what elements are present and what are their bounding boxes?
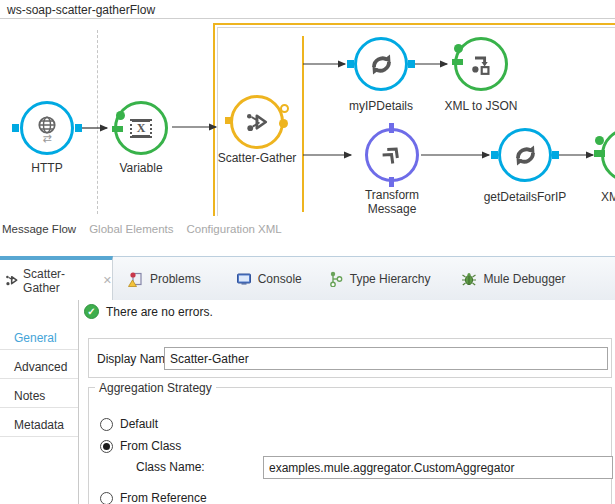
sidebar-separator xyxy=(0,349,78,350)
class-name-input[interactable] xyxy=(263,456,613,479)
output-port xyxy=(75,124,82,132)
port-dot xyxy=(595,136,604,145)
radio-button[interactable] xyxy=(100,440,113,453)
flow-canvas[interactable]: ws-soap-scatter-gatherFlow xyxy=(0,0,615,216)
port-dot xyxy=(454,44,463,53)
route-port-hollow xyxy=(280,104,289,113)
aggregation-strategy-group: Aggregation Strategy Default From Class … xyxy=(88,387,612,504)
swap-arrows-icon: ⇄ xyxy=(42,134,51,142)
output-port xyxy=(408,60,415,68)
input-port xyxy=(12,124,19,132)
status-row: ✓ There are no errors. xyxy=(84,304,213,319)
tab-console[interactable]: Console xyxy=(236,271,302,287)
node-label: Transform Message xyxy=(356,188,428,216)
flow-node-myipdetails[interactable]: myIPDetails xyxy=(354,37,408,91)
top-port xyxy=(389,123,394,133)
input-port xyxy=(347,60,354,68)
type-hierarchy-icon xyxy=(329,271,344,287)
sidebar-item-general[interactable]: General xyxy=(14,331,57,345)
view-tab-others: Problems Console Type Hierarchy xyxy=(113,257,565,301)
port-dot xyxy=(116,111,125,120)
sidebar-separator xyxy=(0,407,78,408)
tab-label: Type Hierarchy xyxy=(350,272,431,286)
sidebar-item-notes[interactable]: Notes xyxy=(14,389,45,403)
tab-problems[interactable]: Problems xyxy=(128,271,201,287)
transform-arrow-icon xyxy=(469,52,493,76)
node-label: getDetailsForIP xyxy=(465,190,585,204)
bottom-port xyxy=(389,177,394,187)
sidebar-item-advanced[interactable]: Advanced xyxy=(14,360,67,374)
radio-label: Default xyxy=(120,417,158,431)
class-name-label: Class Name: xyxy=(136,460,205,474)
tab-type-hierarchy[interactable]: Type Hierarchy xyxy=(329,271,431,287)
editor-tab-message-flow[interactable]: Message Flow xyxy=(2,223,76,235)
radio-label: From Class xyxy=(120,439,181,453)
node-circle xyxy=(230,95,284,149)
refresh-icon xyxy=(513,143,538,168)
port-rect xyxy=(112,126,123,132)
node-circle xyxy=(498,128,552,182)
view-tab-scatter-gather[interactable]: Scatter-Gather ✕ xyxy=(0,256,113,301)
radio-from-class[interactable]: From Class xyxy=(100,439,181,453)
console-icon xyxy=(236,271,252,287)
flow-node-clipped-right[interactable]: XM xyxy=(601,128,615,182)
flow-node-getdetailsforip[interactable]: getDetailsForIP xyxy=(498,128,552,182)
display-name-input[interactable] xyxy=(164,347,608,370)
node-label: XML to JSON xyxy=(421,99,541,113)
problems-icon xyxy=(128,271,144,287)
tab-mule-debugger[interactable]: Mule Debugger xyxy=(461,271,565,287)
variable-icon: X xyxy=(130,119,152,138)
sidebar-separator xyxy=(0,378,78,379)
scatter-gather-tab-icon xyxy=(5,273,19,288)
view-tab-strip: Scatter-Gather ✕ Problems Console xyxy=(0,256,615,300)
node-circle xyxy=(365,128,419,182)
sidebar-item-metadata[interactable]: Metadata xyxy=(14,418,64,432)
port-rect xyxy=(594,150,605,157)
input-port xyxy=(491,151,498,159)
display-name-group: Display Name: xyxy=(88,338,612,378)
anypoint-studio-window: ws-soap-scatter-gatherFlow xyxy=(0,0,615,504)
tab-label: Console xyxy=(258,272,302,286)
node-label: Variable xyxy=(81,161,201,175)
editor-tab-bar: Message Flow Global Elements Configurati… xyxy=(0,216,615,242)
input-port xyxy=(225,117,233,124)
tab-label: Problems xyxy=(150,272,201,286)
flow-node-variable[interactable]: X Variable xyxy=(114,101,168,155)
tab-label: Mule Debugger xyxy=(483,272,565,286)
radio-from-reference[interactable]: From Reference xyxy=(100,491,207,504)
radio-button[interactable] xyxy=(100,418,113,431)
node-label: XM xyxy=(601,190,615,204)
output-port xyxy=(552,151,559,159)
flow-node-scatter-gather[interactable]: Scatter-Gather xyxy=(230,95,284,149)
properties-panel: General Advanced Notes Metadata ✓ There … xyxy=(0,300,615,504)
editor-tab-global-elements[interactable]: Global Elements xyxy=(89,223,173,235)
node-circle: ⇄ xyxy=(20,101,74,155)
sidebar-separator xyxy=(0,436,78,437)
flow-node-transform-message[interactable]: Transform Message xyxy=(365,128,419,182)
view-tab-label: Scatter-Gather xyxy=(23,267,97,295)
editor-tab-configuration-xml[interactable]: Configuration XML xyxy=(187,223,282,235)
route-port-dot xyxy=(279,119,288,128)
refresh-icon xyxy=(369,52,394,77)
radio-label: From Reference xyxy=(120,491,207,504)
radio-button[interactable] xyxy=(100,492,113,504)
flow-node-xml-to-json[interactable]: XML to JSON xyxy=(454,37,508,91)
flow-node-http[interactable]: ⇄ HTTP xyxy=(20,101,74,155)
dataweave-icon xyxy=(375,138,409,172)
status-ok-icon: ✓ xyxy=(84,304,99,319)
tab-close-icon[interactable]: ✕ xyxy=(103,274,112,287)
status-text: There are no errors. xyxy=(106,305,213,319)
node-label: Scatter-Gather xyxy=(197,151,317,165)
scatter-gather-icon xyxy=(245,110,270,135)
node-circle xyxy=(354,37,408,91)
radio-default[interactable]: Default xyxy=(100,417,158,431)
sidebar-divider[interactable] xyxy=(78,300,79,504)
aggregation-strategy-title: Aggregation Strategy xyxy=(95,381,216,395)
bug-icon xyxy=(461,271,477,287)
port-rect xyxy=(452,59,463,65)
